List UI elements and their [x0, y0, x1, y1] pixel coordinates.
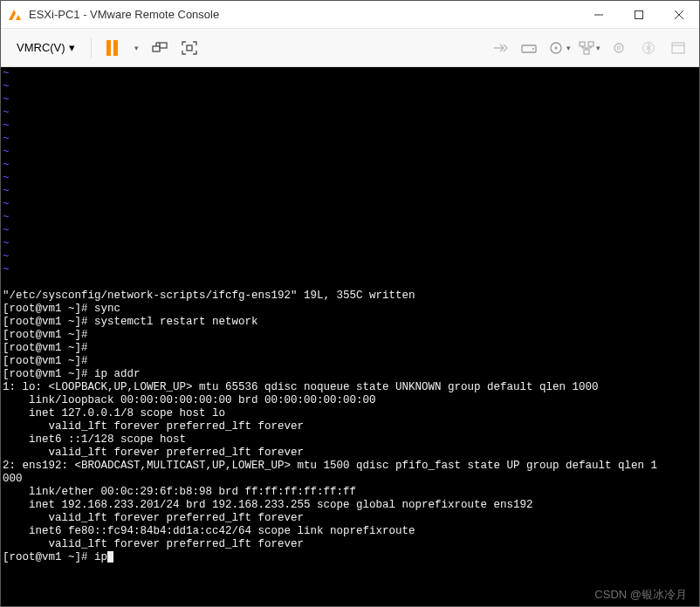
fullscreen-button[interactable]	[177, 36, 202, 60]
connect-next-icon[interactable]	[488, 36, 512, 60]
chevron-down-icon: ▾	[134, 44, 139, 52]
separator	[91, 38, 92, 58]
app-icon	[8, 8, 22, 22]
window-controls	[579, 1, 699, 28]
svg-rect-4	[153, 46, 160, 51]
svg-point-12	[554, 46, 557, 49]
svg-rect-13	[580, 42, 585, 46]
pause-button[interactable]	[100, 36, 125, 60]
fullscreen-icon	[182, 41, 197, 55]
svg-rect-15	[584, 50, 589, 54]
minimize-button[interactable]	[579, 1, 619, 28]
network-icon[interactable]: ▾	[577, 36, 601, 60]
window-title: ESXi-PC1 - VMware Remote Console	[29, 8, 579, 21]
bluetooth-icon[interactable]	[636, 36, 661, 60]
send-cad-icon	[151, 41, 168, 55]
cursor	[107, 551, 113, 563]
gear-icon[interactable]	[607, 36, 631, 60]
svg-rect-19	[672, 43, 684, 53]
svg-rect-5	[160, 43, 167, 48]
panel-icon[interactable]	[666, 36, 690, 60]
vmrc-menu[interactable]: VMRC(V) ▾	[10, 38, 82, 58]
close-button[interactable]	[659, 1, 699, 28]
svg-point-16	[614, 44, 623, 52]
send-cad-button[interactable]	[148, 36, 172, 60]
chevron-down-icon: ▾	[69, 41, 75, 54]
titlebar: ESXi-PC1 - VMware Remote Console	[1, 1, 699, 29]
svg-rect-8	[187, 45, 192, 51]
toolbar: VMRC(V) ▾ ▾ ▾ ▾	[1, 29, 699, 67]
svg-point-10	[532, 48, 534, 50]
svg-rect-1	[635, 10, 643, 18]
watermark: CSDN @银冰冷月	[594, 588, 687, 601]
cd-icon[interactable]: ▾	[547, 36, 572, 60]
drive-icon[interactable]	[518, 36, 542, 60]
svg-rect-14	[588, 42, 594, 46]
pause-dropdown[interactable]: ▾	[130, 36, 142, 60]
pause-icon	[106, 40, 118, 56]
svg-point-17	[617, 46, 621, 50]
vmrc-menu-label: VMRC(V)	[17, 41, 65, 54]
maximize-button[interactable]	[619, 1, 659, 28]
terminal[interactable]: ~ ~ ~ ~ ~ ~ ~ ~ ~ ~ ~ ~ ~ ~ ~ ~ "/etc/sy…	[1, 67, 699, 607]
